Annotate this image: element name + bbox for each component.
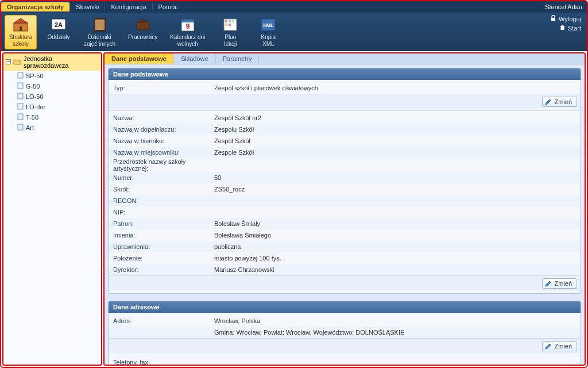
svg-rect-16 [225,24,227,26]
form-row: REGON: [109,195,581,206]
field-value: Mariusz Chrzanowski [214,266,576,273]
field-value: miasto powyżej 100 tys. [214,255,576,262]
ribbon-btn-struktura-szkoly[interactable]: Strukturaszkoły [5,15,37,49]
journal-icon [91,17,109,33]
form-row: Imienia:Bolesława Śmiałego [109,229,581,241]
field-label: Nazwa w bierniku: [113,137,214,144]
calendar-9-icon: 9 [179,17,196,33]
form-row: NIP: [109,206,581,218]
pencil-icon [545,98,552,105]
field-label: Przedrostek nazwy szkoły artystycznej: [113,158,214,172]
form-row: Patron:Bolesław Śmiały [109,218,581,229]
field-value: Gmina: Wrocław, Powiat: Wrocław, Wojewód… [214,329,576,336]
tree-item[interactable]: G-50 [3,81,101,91]
change-button[interactable]: Zmień [542,341,577,351]
doc-icon [17,124,24,132]
field-value: 50 [214,174,576,181]
ribbon-btn-kalendarz[interactable]: 9 Kalendarz dniwolnych [167,15,208,49]
ribbon-btn-plan-lekcji[interactable]: Planlekcji [214,15,246,49]
svg-rect-24 [18,72,23,78]
svg-rect-17 [229,24,231,26]
tree-item[interactable]: Art [3,122,101,133]
svg-rect-14 [229,20,231,22]
panel-header: Dane adresowe [109,301,581,313]
field-label: Typ: [113,85,214,91]
ribbon-btn-dzienniki[interactable]: Dziennikizajęć innych [80,15,119,49]
svg-rect-6 [95,20,105,30]
tab-parametry[interactable]: Parametry [216,53,260,64]
field-label: Położenie: [113,255,214,262]
svg-rect-2 [20,26,22,31]
svg-rect-7 [137,22,149,30]
svg-marker-1 [14,18,28,23]
form-row: Adres:Wrocław, Polska [109,315,581,327]
menu-item-organizacja[interactable]: Organizacja szkoły [1,2,70,12]
tree-item[interactable]: SP-50 [3,71,101,81]
sidebar-tree: Jednostka sprawozdawcza SP-50 G-50 LO-50… [2,52,102,366]
menu-item-konfiguracja[interactable]: Konfiguracja [105,2,152,12]
tab-dane-podstawowe[interactable]: Dane podstawowe [105,53,174,64]
ribbon-label: Kalendarz dniwolnych [170,34,205,48]
form-row: Gmina: Wrocław, Powiat: Wrocław, Wojewód… [109,327,581,338]
pencil-icon [545,280,552,287]
svg-rect-27 [18,103,23,109]
form-row: Nazwa w miejscowniku:Zespole Szkół [109,147,581,158]
ribbon-label: Oddziały [48,34,70,41]
field-label: Dyrektor: [113,266,214,273]
form-row: Nazwa w bierniku:Zespół Szkół [109,135,581,147]
tabs: Dane podstawowe Składowe Parametry [105,53,585,64]
doc-icon [17,82,24,90]
tab-skladowe[interactable]: Składowe [174,53,216,64]
field-label: Telefony, fax: [113,359,214,366]
field-label: Nazwa: [113,114,214,121]
ribbon-label: Pracownicy [128,34,157,41]
pencil-icon [545,343,552,350]
form-row: Telefony, fax: [109,356,581,366]
briefcase-icon [134,17,152,33]
svg-rect-20 [551,18,555,21]
doc-icon [17,103,24,111]
tree-item[interactable]: T-50 [3,112,101,122]
field-label: Patron: [113,220,214,227]
form-row: Przedrostek nazwy szkoły artystycznej: [109,158,581,172]
field-value: publiczna [214,243,576,250]
ribbon-label: Planlekcji [224,34,237,48]
tree-item[interactable]: LO-dor [3,102,101,112]
field-value: Wrocław, Polska [214,317,576,324]
svg-text:9: 9 [185,22,189,30]
folder-open-icon [13,59,21,66]
field-value: Zespole Szkół [214,149,576,156]
doc-icon [17,72,24,80]
timetable-icon [222,17,239,33]
field-value: Zespół Szkół nr2 [214,114,576,121]
form-row: Skrót:ZS50_rocz [109,183,581,195]
svg-rect-15 [232,20,234,22]
change-button[interactable]: Zmień [542,278,577,289]
form-row: Numer:50 [109,172,581,183]
doc-icon [17,93,24,101]
start-link[interactable]: Start [559,24,581,32]
user-label: Stencel Adan [540,3,587,10]
tree-root-label: Jednostka sprawozdawcza [24,55,99,69]
svg-rect-26 [18,93,23,99]
svg-marker-21 [560,25,565,30]
field-label: Nazwa w miejscowniku: [113,149,214,156]
form-row: Nazwa w dopełniaczu:Zespołu Szkół [109,124,581,135]
ribbon-btn-kopia-xml[interactable]: XML KopiaXML [252,15,284,49]
menu-item-pomoc[interactable]: Pomoc [153,2,184,12]
svg-rect-8 [141,20,145,22]
form-row: Dyrektor:Mariusz Chrzanowski [109,264,581,275]
field-label: Numer: [113,174,214,181]
ribbon-btn-oddzialy[interactable]: 2A Oddziały [42,15,75,43]
ribbon-btn-pracownicy[interactable]: Pracownicy [125,15,161,43]
tree-root[interactable]: Jednostka sprawozdawcza [3,53,101,71]
svg-text:XML: XML [263,22,274,28]
svg-rect-13 [225,20,227,22]
home-icon [559,24,566,32]
field-label: Adres: [113,317,214,324]
change-button[interactable]: Zmień [542,97,577,107]
svg-rect-28 [18,114,23,120]
menu-item-slowniki[interactable]: Słowniki [70,2,105,12]
tree-item[interactable]: LO-50 [3,91,101,102]
logout-link[interactable]: Wyloguj [550,15,581,22]
